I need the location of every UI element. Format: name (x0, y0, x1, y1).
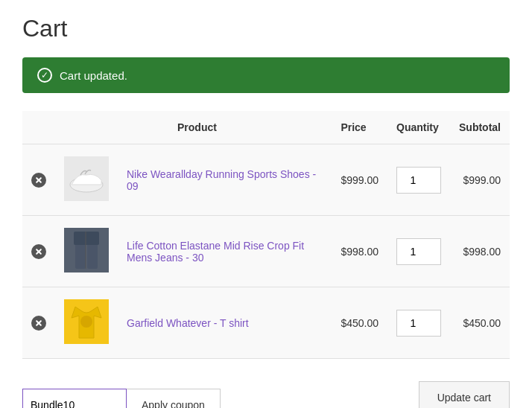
col-header-subtotal: Subtotal (450, 111, 510, 144)
cart-table: Product Price Quantity Subtotal (22, 111, 510, 359)
table-row: Nike Wearallday Running Sports Shoes - 0… (22, 144, 510, 216)
remove-button-0[interactable] (31, 173, 46, 188)
alert-message: Cart updated. (60, 69, 127, 82)
check-icon: ✓ (37, 68, 52, 83)
update-cart-button[interactable]: Update cart (419, 381, 510, 408)
remove-cell (22, 216, 55, 287)
quantity-input-1[interactable] (396, 238, 441, 265)
remove-cell (22, 144, 55, 216)
coupon-section: Apply coupon (22, 389, 221, 408)
thumb-cell (55, 287, 118, 359)
price-cell-2: $450.00 (332, 287, 387, 359)
coupon-input[interactable] (22, 389, 127, 408)
remove-button-2[interactable] (31, 316, 46, 331)
table-row: Life Cotton Elastane Mid Rise Crop Fit M… (22, 216, 510, 287)
price-cell-0: $999.00 (332, 144, 387, 216)
col-header-thumb (55, 111, 118, 144)
product-link-2[interactable]: Garfield Whatever - T shirt (127, 317, 249, 329)
svg-rect-5 (74, 232, 99, 245)
col-header-remove (22, 111, 55, 144)
apply-coupon-button[interactable]: Apply coupon (127, 389, 221, 408)
quantity-cell-0 (387, 144, 450, 216)
remove-icon-2 (31, 316, 46, 331)
product-name-cell: Nike Wearallday Running Sports Shoes - 0… (118, 144, 332, 216)
svg-point-8 (80, 316, 92, 328)
col-header-price: Price (332, 111, 387, 144)
subtotal-cell-2: $450.00 (450, 287, 510, 359)
thumb-cell (55, 216, 118, 287)
table-row: Garfield Whatever - T shirt $450.00 $450… (22, 287, 510, 359)
subtotal-cell-0: $999.00 (450, 144, 510, 216)
success-alert: ✓ Cart updated. (22, 57, 510, 93)
remove-cell (22, 287, 55, 359)
page-title: Cart (22, 15, 510, 42)
remove-button-1[interactable] (31, 244, 46, 259)
quantity-input-0[interactable] (396, 167, 441, 194)
thumb-cell (55, 144, 118, 216)
product-name-cell: Life Cotton Elastane Mid Rise Crop Fit M… (118, 216, 332, 287)
product-name-cell: Garfield Whatever - T shirt (118, 287, 332, 359)
quantity-cell-1 (387, 216, 450, 287)
bottom-row: Apply coupon Update cart (22, 374, 510, 408)
col-header-quantity: Quantity (387, 111, 450, 144)
subtotal-cell-1: $998.00 (450, 216, 510, 287)
price-cell-1: $998.00 (332, 216, 387, 287)
product-link-0[interactable]: Nike Wearallday Running Sports Shoes - 0… (127, 168, 316, 192)
remove-icon-1 (31, 244, 46, 259)
product-link-1[interactable]: Life Cotton Elastane Mid Rise Crop Fit M… (127, 240, 304, 264)
col-header-product: Product (118, 111, 332, 144)
quantity-cell-2 (387, 287, 450, 359)
quantity-input-2[interactable] (396, 310, 441, 337)
remove-icon-0 (31, 173, 46, 188)
